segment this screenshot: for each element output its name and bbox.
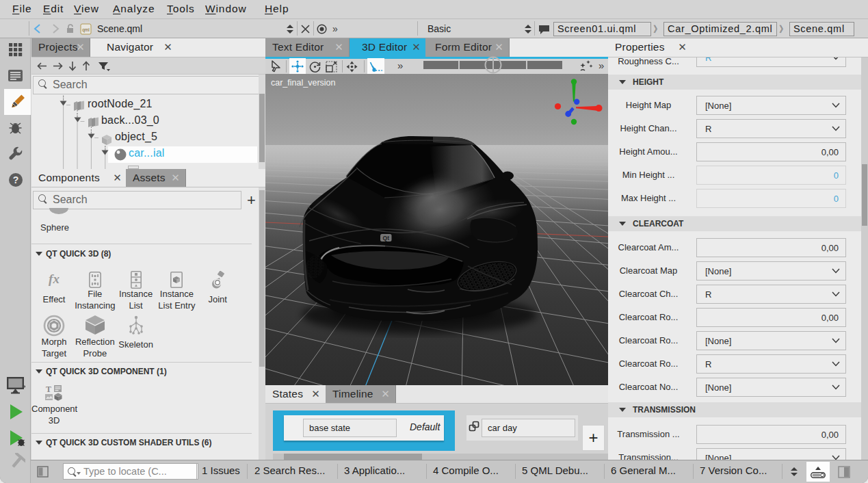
svg-text:qml: qml	[82, 27, 90, 33]
svg-text:car_final_version: car_final_version	[271, 78, 336, 88]
svg-text:fx: fx	[49, 272, 60, 286]
svg-text:?: ?	[13, 174, 19, 185]
svg-text:T: T	[46, 384, 51, 394]
svg-text:Qt: Qt	[383, 235, 390, 242]
